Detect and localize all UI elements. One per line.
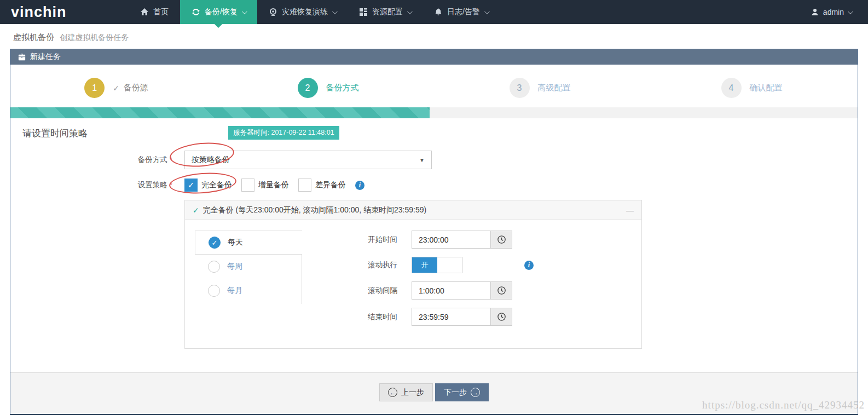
nav-item-home[interactable]: 首页 — [129, 0, 180, 24]
form-heading: 请设置时间策略 — [10, 127, 858, 141]
end-time-row: 结束时间 — [352, 308, 534, 326]
breadcrumb-subtitle: 创建虚拟机备份任务 — [60, 33, 129, 42]
briefcase-icon — [18, 53, 26, 61]
tab-weekly[interactable]: 每周 — [195, 255, 302, 279]
step-confirm-config[interactable]: 4 确认配置 — [646, 78, 858, 98]
chevron-down-icon — [332, 9, 338, 14]
panel-header: 新建任务 — [10, 49, 858, 65]
step-label: 备份方式 — [326, 83, 359, 93]
drill-icon — [269, 8, 277, 16]
nav-item-label: 首页 — [153, 7, 169, 17]
next-step-button[interactable]: 下一步 → — [435, 383, 489, 401]
step-number: 4 — [721, 78, 742, 98]
tab-label: 每天 — [228, 238, 243, 248]
nav-item-label: 备份/恢复 — [205, 7, 238, 17]
step-backup-method[interactable]: 2 备份方式 — [222, 78, 434, 98]
radio-icon — [208, 261, 220, 273]
sync-icon — [192, 8, 200, 16]
step-backup-source[interactable]: 1 ✓ 备份源 — [10, 78, 222, 98]
user-menu[interactable]: admin — [811, 8, 868, 16]
full-backup-label: 完全备份 — [201, 180, 232, 190]
previous-step-label: 上一步 — [401, 388, 424, 398]
next-step-label: 下一步 — [444, 388, 467, 398]
check-icon: ✓ — [113, 84, 119, 93]
backup-method-value: 按策略备份 — [192, 155, 230, 165]
nav-item-label: 灾难恢复演练 — [282, 7, 328, 17]
clock-icon[interactable] — [490, 282, 512, 299]
nav-item-logs-alerts[interactable]: 日志/告警 — [423, 0, 500, 24]
end-time-input[interactable] — [412, 308, 490, 325]
step-label: 确认配置 — [750, 83, 783, 93]
start-time-input[interactable] — [412, 231, 490, 248]
info-icon[interactable]: i — [355, 181, 364, 190]
start-time-label: 开始时间 — [352, 235, 397, 245]
backup-method-label: 备份方式 — [138, 156, 167, 164]
check-icon: ✓ — [188, 180, 195, 190]
server-time-badge: 服务器时间: 2017-09-22 11:48:01 — [228, 126, 339, 140]
differential-backup-checkbox[interactable] — [298, 179, 311, 192]
nav-item-backup-restore[interactable]: 备份/恢复 — [180, 0, 257, 24]
step-label: 高级配置 — [538, 83, 571, 93]
user-icon — [811, 8, 819, 16]
nav-item-dr-drill[interactable]: 灾难恢复演练 — [257, 0, 348, 24]
full-backup-policy-box: ✓ 完全备份 (每天23:00:00开始, 滚动间隔1:00:00, 结束时间2… — [184, 200, 642, 349]
bell-icon — [434, 8, 443, 16]
incremental-backup-label: 增量备份 — [258, 180, 289, 190]
schedule-frequency-tabs: ✓ 每天 每周 每月 — [195, 231, 302, 304]
rolling-interval-row: 滚动间隔 — [352, 281, 534, 300]
radio-icon — [208, 285, 220, 297]
backup-method-select[interactable]: 按策略备份 ▼ — [184, 151, 432, 169]
schedule-fields: 开始时间 滚动执行 开 i — [352, 231, 534, 334]
differential-backup-label: 差异备份 — [315, 180, 346, 190]
step-advanced-config[interactable]: 3 高级配置 — [434, 78, 646, 98]
main-menu: 首页 备份/恢复 灾难恢复演练 资源配置 日志/告警 — [129, 0, 500, 24]
policy-box-header: ✓ 完全备份 (每天23:00:00开始, 滚动间隔1:00:00, 结束时间2… — [185, 200, 641, 220]
clock-icon[interactable] — [490, 308, 512, 325]
arrow-right-icon: → — [471, 388, 480, 397]
rolling-execute-toggle[interactable]: 开 — [412, 257, 462, 273]
info-icon[interactable]: i — [524, 261, 534, 270]
rolling-interval-input[interactable] — [412, 282, 490, 299]
arrow-left-icon: ← — [388, 388, 397, 397]
required-asterisk: * — [170, 181, 172, 189]
step-label: 备份源 — [124, 83, 148, 93]
vinchin-logo: vinchin — [0, 4, 129, 21]
backup-method-row: 备份方式* 按策略备份 ▼ — [10, 151, 858, 169]
full-backup-checkbox[interactable]: ✓ — [184, 179, 198, 192]
rolling-interval-label: 滚动间隔 — [352, 286, 397, 296]
panel-title: 新建任务 — [30, 52, 61, 62]
nav-item-label: 日志/告警 — [447, 7, 480, 17]
nav-item-resources[interactable]: 资源配置 — [348, 0, 423, 24]
clock-icon[interactable] — [490, 231, 512, 248]
set-policy-row: 设置策略* ✓ 完全备份 增量备份 差异备份 i — [10, 179, 858, 192]
breadcrumb-title: 虚拟机备份 — [13, 32, 54, 42]
wizard-progress-bar — [10, 107, 858, 118]
rolling-execute-row: 滚动执行 开 i — [352, 257, 534, 273]
chevron-down-icon — [242, 9, 247, 14]
top-navbar: vinchin 首页 备份/恢复 灾难恢复演练 资源配置 日志/告警 admi — [0, 0, 868, 24]
collapse-minus-icon[interactable]: — — [626, 206, 634, 215]
tab-daily[interactable]: ✓ 每天 — [195, 231, 302, 255]
tab-label: 每周 — [227, 262, 242, 272]
home-icon — [140, 8, 149, 16]
resources-icon — [359, 8, 368, 16]
wizard-steps: 1 ✓ 备份源 2 备份方式 3 高级配置 4 确认配置 — [10, 65, 858, 107]
check-icon: ✓ — [193, 206, 199, 215]
tab-label: 每月 — [227, 286, 242, 296]
step-number: 1 — [84, 78, 105, 98]
start-time-row: 开始时间 — [352, 231, 534, 249]
breadcrumb: 虚拟机备份 创建虚拟机备份任务 — [0, 24, 868, 49]
incremental-backup-checkbox[interactable] — [241, 179, 254, 192]
tab-monthly[interactable]: 每月 — [195, 279, 302, 303]
radio-selected-icon: ✓ — [209, 237, 221, 249]
chevron-down-icon — [484, 9, 490, 14]
username: admin — [823, 8, 844, 16]
time-policy-form: 请设置时间策略 服务器时间: 2017-09-22 11:48:01 备份方式*… — [10, 118, 858, 414]
step-number: 3 — [510, 78, 530, 98]
previous-step-button[interactable]: ← 上一步 — [379, 383, 433, 401]
chevron-down-icon: ▼ — [419, 157, 425, 163]
new-task-panel: 新建任务 1 ✓ 备份源 2 备份方式 3 高级配置 4 确认配置 — [10, 49, 858, 415]
required-asterisk: * — [170, 156, 172, 164]
chevron-down-icon — [848, 9, 853, 14]
set-policy-label: 设置策略 — [138, 181, 167, 189]
